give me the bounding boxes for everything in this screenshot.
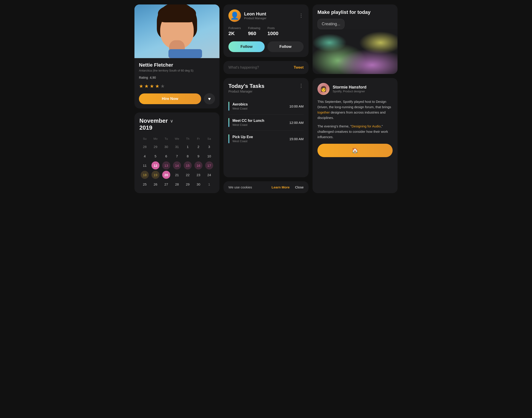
playlist-title-area: Make playlist for today Creating... [313, 4, 398, 29]
profile-location: Antarctica (the territory South of 60 de… [139, 69, 215, 72]
task-info: Aerobics West Coast [232, 102, 286, 110]
avatar: 👤 [229, 9, 241, 22]
cal-day-3[interactable]: 3 [205, 143, 213, 151]
cal-day-30-oct[interactable]: 30 [162, 143, 170, 151]
cal-day-21[interactable]: 21 [173, 171, 181, 179]
posts-stat: Posts 1000 [267, 26, 278, 36]
cal-day-7[interactable]: 7 [173, 152, 181, 160]
learn-more-link[interactable]: Learn More [272, 185, 290, 189]
cal-day-28-oct[interactable]: 28 [141, 143, 149, 151]
cal-day-10[interactable]: 10 [205, 152, 213, 160]
tasks-subtitle: Product Manager [229, 90, 265, 93]
tweet-box: What's happening? Tweet [223, 61, 309, 74]
cal-day-5[interactable]: 5 [151, 152, 159, 160]
cal-day-30[interactable]: 30 [194, 180, 203, 188]
star-3: ★ [150, 83, 154, 89]
calendar-month: November [139, 117, 168, 124]
task-bar [229, 134, 229, 143]
profile-info: Nettie Fletcher Antarctica (the territor… [134, 58, 219, 108]
cal-day-12-today[interactable]: 12 [151, 161, 159, 169]
cal-day-2[interactable]: 2 [194, 143, 203, 151]
cal-day-29[interactable]: 29 [184, 180, 192, 188]
following-label: Following [248, 26, 260, 30]
cal-day-4[interactable]: 4 [141, 152, 149, 160]
designing-audio-link[interactable]: Designing for Audio [351, 124, 381, 128]
star-rating: ★ ★ ★ ★ ★ [139, 83, 215, 89]
social-user: 👤 Leon Hunt Product Manager [229, 9, 266, 22]
tasks-more-icon[interactable]: ⋮ [299, 83, 303, 89]
day-header-we: We [172, 136, 182, 141]
stormie-card: 👩 Stormie Hansford Spotify, Product desi… [313, 78, 398, 193]
cal-day-29-oct[interactable]: 29 [151, 143, 159, 151]
task-item-lunch: Meet CC for Lunch West Coast 12:00 AM [229, 115, 303, 131]
home-button[interactable]: 🏠 [317, 144, 393, 157]
cal-day-31-oct[interactable]: 31 [173, 143, 181, 151]
playlist-title: Make playlist for today [317, 9, 393, 15]
cal-day-15[interactable]: 15 [184, 161, 192, 169]
follow-secondary-button[interactable]: Follow [267, 41, 303, 52]
task-name: Aerobics [232, 102, 286, 106]
day-header-tu: Tu [161, 136, 172, 141]
tweet-placeholder[interactable]: What's happening? [229, 66, 259, 70]
favorite-button[interactable]: ♥ [204, 93, 215, 104]
cal-day-19[interactable]: 19 [151, 171, 159, 179]
following-stat: Following 960 [248, 26, 260, 36]
hire-now-button[interactable]: Hire Now [139, 93, 201, 104]
profile-name: Nettie Fletcher [139, 62, 215, 68]
calendar-dropdown-icon[interactable]: ∨ [170, 118, 173, 124]
gradient-visual [313, 29, 398, 74]
social-name: Leon Hunt [244, 12, 266, 17]
task-time: 15:00 AM [290, 137, 303, 141]
cal-day-17[interactable]: 17 [205, 161, 213, 169]
cal-day-11[interactable]: 11 [141, 161, 149, 169]
follow-primary-button[interactable]: Follow [229, 41, 265, 52]
task-info: Pick Up Eve West Coast [232, 135, 286, 143]
cal-day-18[interactable]: 18 [141, 171, 149, 179]
task-time: 12:00 AM [290, 121, 303, 125]
stormie-header: 👩 Stormie Hansford Spotify, Product desi… [317, 83, 393, 95]
cal-day-23[interactable]: 23 [194, 171, 203, 179]
cal-day-28[interactable]: 28 [173, 180, 181, 188]
cal-day-6[interactable]: 6 [162, 152, 170, 160]
more-options-icon[interactable]: ⋮ [299, 13, 303, 19]
cal-day-9[interactable]: 9 [194, 152, 203, 160]
stormie-paragraph1: This September, Spotify played host to D… [317, 99, 393, 120]
cookie-text: We use cookies [229, 185, 268, 189]
task-bar [229, 118, 229, 127]
cal-day-14[interactable]: 14 [173, 161, 181, 169]
calendar-header: November ∨ 2019 [139, 117, 215, 131]
cal-day-26[interactable]: 26 [151, 180, 159, 188]
cal-day-8[interactable]: 8 [184, 152, 192, 160]
cal-day-24[interactable]: 24 [205, 171, 213, 179]
social-role: Product Manager [244, 17, 266, 20]
day-header-mo: Mo [150, 136, 161, 141]
cal-day-22[interactable]: 22 [184, 171, 192, 179]
calendar-grid: Su Mo Tu We Th Fr Sa 28 29 30 31 1 2 3 4… [139, 136, 215, 188]
cal-day-27[interactable]: 27 [162, 180, 170, 188]
day-header-su: Su [139, 136, 150, 141]
cal-day-1[interactable]: 1 [184, 143, 192, 151]
stormie-avatar: 👩 [317, 83, 329, 95]
star-5: ★ [160, 83, 165, 89]
followers-stat: Followers 2K [229, 26, 241, 36]
cal-day-1-dec[interactable]: 1 [205, 180, 213, 188]
task-time: 10:00 AM [290, 104, 303, 108]
cal-day-13[interactable]: 13 [162, 161, 170, 169]
task-item-pickup: Pick Up Eve West Coast 15:00 AM [229, 131, 303, 147]
day-header-sa: Sa [204, 136, 215, 141]
tasks-card: Today's Tasks Product Manager ⋮ Aerobics… [223, 78, 309, 177]
together-link[interactable]: together [317, 110, 330, 114]
star-1: ★ [139, 83, 143, 89]
cal-day-16[interactable]: 16 [194, 161, 203, 169]
social-name-block: Leon Hunt Product Manager [244, 12, 266, 20]
profile-card: Nettie Fletcher Antarctica (the territor… [134, 4, 219, 108]
cookie-close-button[interactable]: Close [295, 185, 303, 189]
task-location: West Coast [232, 107, 286, 110]
tweet-button[interactable]: Tweet [294, 66, 303, 70]
day-header-th: Th [182, 136, 193, 141]
cal-day-20-selected[interactable]: 20 [162, 171, 170, 179]
cal-day-25[interactable]: 25 [141, 180, 149, 188]
followers-label: Followers [229, 26, 241, 30]
social-profile-card: 👤 Leon Hunt Product Manager ⋮ Followers … [223, 4, 309, 57]
task-name: Meet CC for Lunch [232, 119, 286, 123]
